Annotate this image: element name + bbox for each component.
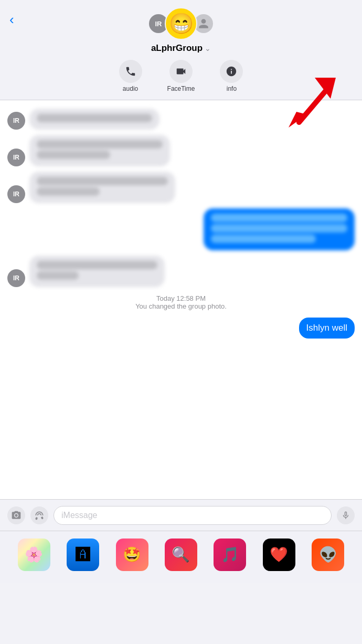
input-placeholder: iMessage <box>61 511 97 520</box>
info-button[interactable]: info <box>220 60 243 92</box>
message-bubble <box>29 172 175 203</box>
svg-marker-0 <box>315 78 336 99</box>
timestamp: Today 12:58 PM <box>7 294 355 302</box>
system-message: You changed the group photo. <box>7 302 355 310</box>
facetime-icon <box>169 60 193 83</box>
timestamp-row: Today 12:58 PM You changed the group pho… <box>7 294 355 310</box>
camera-button[interactable] <box>7 506 25 524</box>
message-bubble <box>29 109 159 130</box>
facetime-label: FaceTime <box>167 85 195 92</box>
action-buttons: audio FaceTime info <box>119 60 243 92</box>
avatar-emoji: 😁 <box>165 7 197 40</box>
mic-button[interactable] <box>337 506 355 524</box>
messages-area: IR IR IR IR To <box>0 100 362 499</box>
dock-memoji[interactable]: 🤩 <box>116 539 148 571</box>
message-row: IR <box>7 172 355 203</box>
apps-button[interactable] <box>30 506 48 524</box>
avatar: IR <box>7 185 25 203</box>
blurred-text <box>37 261 157 269</box>
dock-music[interactable]: 🎵 <box>214 539 246 571</box>
message-row: IR <box>7 109 355 130</box>
message-row: IR <box>7 135 355 166</box>
last-message-text: Ishlyn well <box>306 323 347 333</box>
header: ‹ IR 😁 aLphrGroup ⌄ audio FaceTime i <box>0 0 362 100</box>
group-name: aLphrGroup <box>151 43 203 54</box>
audio-button[interactable]: audio <box>119 60 142 92</box>
info-icon <box>220 60 243 83</box>
message-row: IR <box>7 256 355 287</box>
blurred-text <box>37 114 152 122</box>
avatars-row: IR 😁 <box>149 7 213 40</box>
blurred-text <box>211 214 347 222</box>
blurred-text <box>37 187 100 196</box>
blurred-text <box>37 151 110 159</box>
blurred-text <box>37 177 168 185</box>
avatar: IR <box>7 149 25 166</box>
message-bubble <box>204 208 355 250</box>
audio-label: audio <box>123 85 138 92</box>
dock-reddit[interactable]: 👽 <box>312 539 344 571</box>
facetime-button[interactable]: FaceTime <box>167 60 195 92</box>
dock-photos[interactable]: 🌸 <box>18 539 50 571</box>
info-label: info <box>227 85 237 92</box>
chevron-icon: ⌄ <box>205 44 211 52</box>
last-message-bubble: Ishlyn well <box>299 318 355 339</box>
audio-icon <box>119 60 142 83</box>
dock: 🌸 🅰 🤩 🔍 🎵 ❤️ 👽 <box>0 531 362 583</box>
group-name-row[interactable]: aLphrGroup ⌄ <box>151 43 211 54</box>
blurred-text <box>211 224 347 233</box>
dock-heart[interactable]: ❤️ <box>263 539 295 571</box>
dock-globe[interactable]: 🔍 <box>165 539 197 571</box>
back-button[interactable]: ‹ <box>9 12 14 28</box>
message-bubble <box>29 135 170 166</box>
message-bubble <box>29 256 165 287</box>
blurred-text <box>211 235 316 243</box>
avatar: IR <box>7 112 25 130</box>
blurred-text <box>37 271 79 280</box>
input-bar: iMessage <box>0 499 362 531</box>
avatar: IR <box>7 269 25 287</box>
message-row <box>7 208 355 250</box>
blurred-text <box>37 140 163 149</box>
message-input[interactable]: iMessage <box>54 506 332 525</box>
last-message-row: Ishlyn well <box>7 318 355 339</box>
dock-appstore[interactable]: 🅰 <box>67 539 99 571</box>
